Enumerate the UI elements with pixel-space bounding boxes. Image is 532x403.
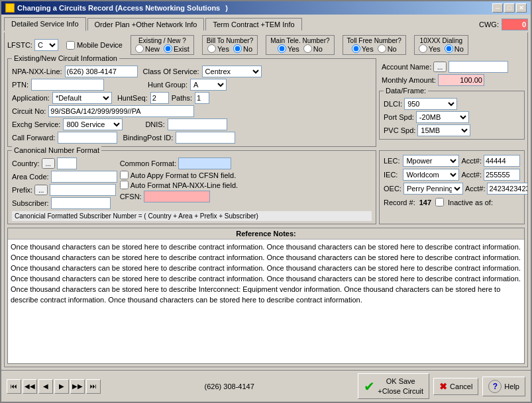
dnis-input[interactable] xyxy=(168,118,227,130)
circuit-no-label: Circuit No: xyxy=(12,107,46,115)
dlci-row: DLCI: 950100200 xyxy=(384,98,520,110)
nav-last-btn[interactable]: ⏭ xyxy=(86,379,101,394)
minimize-button[interactable]: ─ xyxy=(492,3,503,13)
nav-prev-prev-btn[interactable]: ◀◀ xyxy=(23,379,37,394)
dialing-no-radio[interactable] xyxy=(445,44,453,53)
options-bar: LFSTC: CAB Mobile Device Existing / New … xyxy=(7,35,525,55)
reference-notes-title: Reference Notes: xyxy=(8,228,524,240)
country-btn[interactable]: ... xyxy=(42,158,55,169)
prefix-label: Prefix: xyxy=(12,186,32,194)
auto-format-checkbox[interactable] xyxy=(120,181,129,189)
class-of-service-select[interactable]: CentrexPBXResidence xyxy=(202,66,262,77)
binding-post-input[interactable] xyxy=(176,132,235,144)
lfstc-select[interactable]: CAB xyxy=(34,39,58,51)
circuit-row6: Call Forward: BindingPost ID: xyxy=(12,132,372,144)
cfsn-input[interactable] xyxy=(144,191,210,202)
dialing-yes-radio[interactable] xyxy=(419,44,427,53)
oec-acct-input[interactable] xyxy=(487,183,528,195)
cancel-button[interactable]: ✖ Cancel xyxy=(433,378,478,395)
mobile-device-checkbox[interactable] xyxy=(66,41,75,50)
reference-notes-area[interactable]: Once thousand characters can be stored h… xyxy=(8,240,524,363)
account-name-label: Account Name: xyxy=(382,63,431,71)
nav-buttons: ⏮ ◀◀ ◀ ▶ ▶▶ ⏭ xyxy=(7,379,101,394)
bottom-bar: ⏮ ◀◀ ◀ ▶ ▶▶ ⏭ (626) 308-4147 ✔ OK Save +… xyxy=(1,370,531,402)
title-bar-buttons: ─ □ ✕ xyxy=(492,3,527,13)
bill-yes-radio[interactable] xyxy=(207,44,216,53)
common-format-input[interactable] xyxy=(178,157,231,169)
area-code-input[interactable] xyxy=(51,171,117,183)
tab-detailed-service-info[interactable]: Detailed Service Info xyxy=(4,17,86,31)
new-radio[interactable] xyxy=(135,44,144,53)
cancel-label: Cancel xyxy=(450,382,472,390)
canonical-title: Canonical Number Format xyxy=(12,146,101,154)
nav-prev-btn[interactable]: ◀ xyxy=(38,379,53,394)
main-tele-yes-label: Yes xyxy=(278,44,299,53)
cwg-input[interactable] xyxy=(502,19,528,30)
circuit-row3: Application: *Default HuntSeq: Paths: xyxy=(12,92,372,104)
main-tele-yes-radio[interactable] xyxy=(278,44,286,53)
lfstc-label: LFSTC: xyxy=(7,41,32,49)
monthly-amount-input[interactable] xyxy=(438,74,484,86)
prefix-btn[interactable]: ... xyxy=(34,185,48,195)
subscriber-label: Subscriber: xyxy=(12,199,49,207)
oec-select[interactable]: Perry Pennington xyxy=(403,183,463,195)
paths-input[interactable] xyxy=(195,92,209,104)
dialing-group: 10XXX Dialing Yes No xyxy=(414,35,468,55)
port-spd-select[interactable]: -20MB-10MB-5MB xyxy=(416,111,469,123)
iec-acct-input[interactable] xyxy=(484,169,520,181)
account-info-container: Account Name: ... Monthly Amount: xyxy=(379,58,525,89)
toll-free-title: Toll Free Number? xyxy=(347,37,401,44)
dlci-select[interactable]: 950100200 xyxy=(404,98,457,110)
toll-free-yes-radio[interactable] xyxy=(352,44,360,53)
ok-save-button[interactable]: ✔ OK Save +Close Circuit xyxy=(358,373,429,399)
country-label: Country: xyxy=(12,159,40,167)
subscriber-input[interactable] xyxy=(51,197,111,209)
tab-term-contract[interactable]: Term Contract +TEM Info xyxy=(205,18,301,30)
circuit-row4: Circuit No: xyxy=(12,105,372,117)
hunt-group-select[interactable]: ABC xyxy=(190,79,227,91)
ok-save-sub: +Close Circuit xyxy=(378,386,423,396)
mobile-device-label: Mobile Device xyxy=(77,41,123,49)
huntseq-label: HuntSeq: xyxy=(117,94,148,102)
main-window: ⚡ Changing a Circuits Record (Access Net… xyxy=(0,0,532,403)
account-name-btn[interactable]: ... xyxy=(433,62,447,72)
prefix-input[interactable] xyxy=(50,184,116,196)
npa-input[interactable] xyxy=(65,66,138,77)
account-name-input[interactable] xyxy=(449,61,508,73)
exchg-service-label: Exchg Service: xyxy=(12,120,60,128)
ptn-input[interactable] xyxy=(31,79,104,91)
toll-free-no-radio[interactable] xyxy=(378,44,386,53)
action-buttons: ✔ OK Save +Close Circuit ✖ Cancel ? Help xyxy=(358,373,525,399)
lec-acct-input[interactable] xyxy=(484,155,520,167)
inactive-checkbox[interactable] xyxy=(435,198,444,206)
iec-select[interactable]: WorldcomAT&TSprint xyxy=(403,169,459,181)
nav-first-btn[interactable]: ⏮ xyxy=(7,379,21,394)
exchg-service-select[interactable]: 800 ServiceLocal xyxy=(63,118,123,130)
nav-next-next-btn[interactable]: ▶▶ xyxy=(70,379,85,394)
close-button[interactable]: ✕ xyxy=(516,3,527,13)
huntseq-input[interactable] xyxy=(150,92,169,104)
auto-apply-label: Auto Appy Format to CFSN field. xyxy=(131,171,237,179)
nav-next-btn[interactable]: ▶ xyxy=(54,379,69,394)
maximize-button[interactable]: □ xyxy=(504,3,515,13)
lec-select[interactable]: MpowerAT&TVerizon xyxy=(403,155,459,167)
mobile-device-container: Mobile Device xyxy=(66,41,123,50)
bill-no-radio[interactable] xyxy=(233,44,242,53)
application-select[interactable]: *Default xyxy=(52,92,112,104)
lfstc-container: LFSTC: CAB xyxy=(7,39,58,51)
monthly-amount-label: Monthly Amount: xyxy=(382,76,436,84)
window-title: Changing a Circuits Record (Access Netwo… xyxy=(17,4,220,12)
country-input[interactable] xyxy=(57,157,77,169)
exist-radio[interactable] xyxy=(164,44,172,53)
auto-apply-checkbox[interactable] xyxy=(120,171,129,179)
pvc-spd-select[interactable]: 15MB10MB5MB xyxy=(417,124,470,136)
call-forward-input[interactable] xyxy=(58,132,117,144)
iec-acct-label: Acct#: xyxy=(461,171,482,179)
data-frame-group: Data/Frame: DLCI: 950100200 Port Spd: -2… xyxy=(379,91,525,140)
port-spd-label: Port Spd: xyxy=(384,113,414,121)
tab-order-plan[interactable]: Order Plan +Other Network Info xyxy=(87,18,205,30)
main-tele-no-radio[interactable] xyxy=(303,44,312,53)
circuit-no-input[interactable] xyxy=(48,105,194,117)
help-button[interactable]: ? Help xyxy=(482,377,525,396)
lec-label: LEC: xyxy=(384,157,401,165)
